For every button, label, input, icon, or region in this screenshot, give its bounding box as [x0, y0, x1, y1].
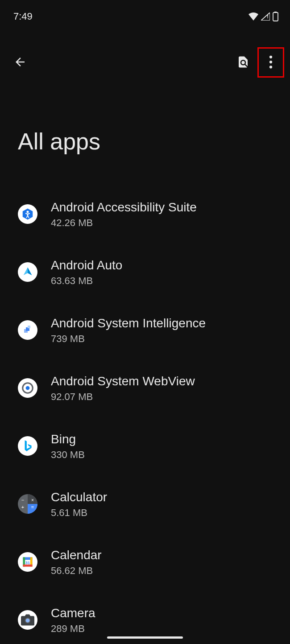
app-size: 739 MB [51, 333, 206, 345]
status-time: 7:49 [13, 11, 33, 22]
app-name: Android Accessibility Suite [51, 199, 197, 215]
app-item-android-auto[interactable]: Android Auto 63.63 MB [0, 243, 290, 301]
wifi-icon [249, 12, 258, 21]
page-title: All apps [0, 78, 290, 155]
app-header [0, 25, 290, 78]
app-icon-accessibility [18, 204, 37, 224]
app-name: Android Auto [51, 257, 122, 273]
status-bar: 7:49 ! [0, 0, 290, 25]
app-name: Camera [51, 605, 95, 621]
app-name: Android System Intelligence [51, 315, 206, 331]
app-size: 5.61 MB [51, 507, 107, 519]
search-in-page-button[interactable] [236, 54, 250, 70]
app-item-webview[interactable]: Android System WebView 92.07 MB [0, 359, 290, 417]
signal-icon: ! [261, 12, 270, 21]
app-item-accessibility-suite[interactable]: Android Accessibility Suite 42.26 MB [0, 185, 290, 243]
app-size: 63.63 MB [51, 275, 122, 287]
arrow-left-icon [13, 55, 27, 69]
status-icons: ! [249, 12, 278, 21]
svg-rect-9 [28, 326, 30, 328]
app-icon-auto [18, 262, 37, 282]
navigation-handle[interactable] [107, 636, 183, 639]
app-icon-calendar: 31 [18, 552, 37, 572]
app-item-calculator[interactable]: − × + = Calculator 5.61 MB [0, 475, 290, 533]
app-name: Android System WebView [51, 373, 195, 389]
app-size: 92.07 MB [51, 391, 195, 403]
svg-rect-2 [273, 12, 278, 21]
app-item-bing[interactable]: Bing 330 MB [0, 417, 290, 475]
app-icon-bing [18, 436, 37, 456]
svg-text:=: = [31, 504, 34, 510]
app-list[interactable]: Android Accessibility Suite 42.26 MB And… [0, 155, 290, 644]
app-size: 42.26 MB [51, 217, 197, 229]
svg-text:×: × [31, 498, 34, 503]
svg-point-24 [26, 619, 30, 623]
app-icon-system-intelligence [18, 320, 37, 340]
app-name: Calendar [51, 547, 102, 563]
app-item-calendar[interactable]: 31 Calendar 56.62 MB [0, 533, 290, 591]
app-icon-calculator: − × + = [18, 494, 37, 514]
svg-text:!: ! [267, 13, 269, 20]
app-icon-webview [18, 378, 37, 398]
app-size: 56.62 MB [51, 565, 102, 577]
svg-text:31: 31 [25, 561, 30, 565]
app-size: 330 MB [51, 449, 85, 461]
app-name: Calculator [51, 489, 107, 505]
app-name: Bing [51, 431, 85, 447]
more-options-button[interactable] [260, 51, 282, 73]
app-size: 289 MB [51, 623, 95, 635]
battery-icon [273, 12, 278, 21]
svg-point-6 [27, 211, 29, 213]
find-in-page-icon [236, 54, 250, 70]
svg-text:+: + [21, 504, 24, 510]
svg-text:−: − [21, 497, 24, 503]
highlight-annotation [257, 47, 284, 78]
app-icon-camera [18, 610, 37, 630]
svg-point-11 [26, 386, 30, 390]
app-item-system-intelligence[interactable]: Android System Intelligence 739 MB [0, 301, 290, 359]
back-button[interactable] [13, 55, 27, 69]
